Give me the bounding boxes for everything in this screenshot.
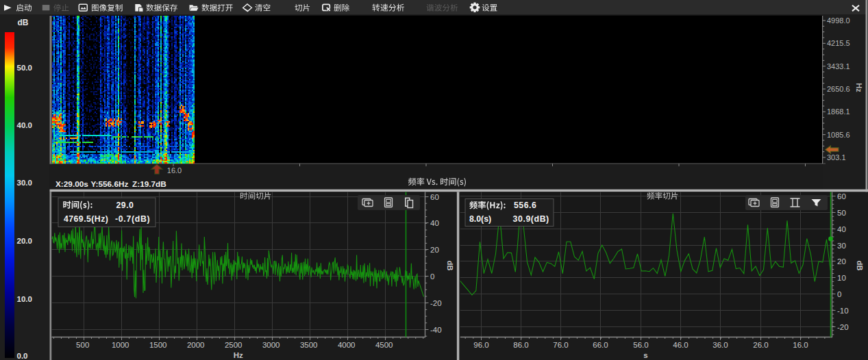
svg-text:16.0: 16.0	[793, 341, 808, 349]
svg-text:30.0: 30.0	[17, 179, 32, 187]
svg-text:3433.1: 3433.1	[827, 62, 850, 70]
svg-text:0: 0	[430, 272, 434, 281]
svg-text:60: 60	[837, 192, 846, 201]
svg-text:56.0: 56.0	[633, 341, 648, 349]
svg-text:50.0: 50.0	[17, 64, 32, 72]
svg-text:X:29.00s: X:29.00s	[55, 179, 88, 189]
svg-text:20: 20	[430, 246, 439, 254]
svg-text:4998.0: 4998.0	[827, 16, 850, 25]
svg-text:Z:19.7dB: Z:19.7dB	[132, 179, 166, 189]
svg-text:0: 0	[837, 290, 841, 298]
svg-text:1500: 1500	[149, 341, 167, 349]
svg-text:dB: dB	[18, 18, 29, 27]
svg-text:40: 40	[837, 225, 846, 233]
svg-text:29.0: 29.0	[116, 201, 134, 210]
svg-text:50: 50	[837, 209, 846, 217]
svg-text:1000: 1000	[112, 341, 129, 349]
svg-text:1085.6: 1085.6	[827, 131, 850, 139]
svg-text:36.0: 36.0	[712, 341, 728, 349]
svg-text:dB: dB	[856, 261, 864, 271]
svg-text:4215.5: 4215.5	[827, 39, 850, 47]
svg-text:30.9(dB): 30.9(dB)	[513, 214, 549, 224]
svg-text:8.0(s): 8.0(s)	[469, 214, 491, 224]
svg-text:-20: -20	[837, 323, 849, 331]
svg-text:500: 500	[76, 341, 89, 349]
svg-text:4769.5(Hz): 4769.5(Hz)	[64, 214, 108, 224]
svg-text:-10: -10	[837, 307, 849, 315]
svg-text:0.0: 0.0	[17, 352, 28, 360]
svg-text:Y:556.6Hz: Y:556.6Hz	[91, 179, 129, 189]
svg-text:20.0: 20.0	[17, 237, 32, 245]
svg-text:2000: 2000	[187, 341, 205, 349]
svg-text:1868.1: 1868.1	[827, 107, 850, 116]
svg-text:2650.6: 2650.6	[827, 85, 850, 93]
svg-text:40.0: 40.0	[17, 121, 32, 129]
svg-text:86.0: 86.0	[513, 341, 528, 349]
svg-text:-0.7(dB): -0.7(dB)	[115, 214, 150, 224]
svg-text:4000: 4000	[338, 341, 356, 349]
svg-text:20: 20	[837, 257, 846, 266]
svg-text:Hz: Hz	[855, 83, 863, 92]
svg-text:26.0: 26.0	[753, 341, 768, 349]
svg-text:46.0: 46.0	[673, 341, 688, 349]
svg-text:Hz: Hz	[234, 351, 243, 359]
svg-text:2500: 2500	[225, 341, 243, 349]
svg-text:66.0: 66.0	[593, 341, 608, 349]
svg-text:s: s	[643, 351, 647, 359]
svg-text:-40: -40	[430, 326, 442, 334]
svg-text:10: 10	[837, 274, 846, 282]
svg-text:16.0: 16.0	[167, 166, 182, 175]
svg-text:60: 60	[430, 193, 439, 201]
svg-text:3500: 3500	[300, 341, 318, 349]
svg-text:dB: dB	[446, 261, 454, 271]
svg-text:556.6: 556.6	[514, 201, 536, 210]
svg-text:3000: 3000	[262, 341, 280, 349]
svg-text:96.0: 96.0	[473, 341, 488, 349]
svg-text:4500: 4500	[375, 341, 393, 349]
svg-text:10.0: 10.0	[17, 295, 32, 303]
svg-text:-20: -20	[430, 299, 442, 307]
svg-text:40: 40	[430, 219, 439, 227]
svg-text:30: 30	[837, 242, 846, 250]
svg-text:76.0: 76.0	[553, 341, 568, 349]
svg-text:303.1: 303.1	[827, 153, 846, 162]
